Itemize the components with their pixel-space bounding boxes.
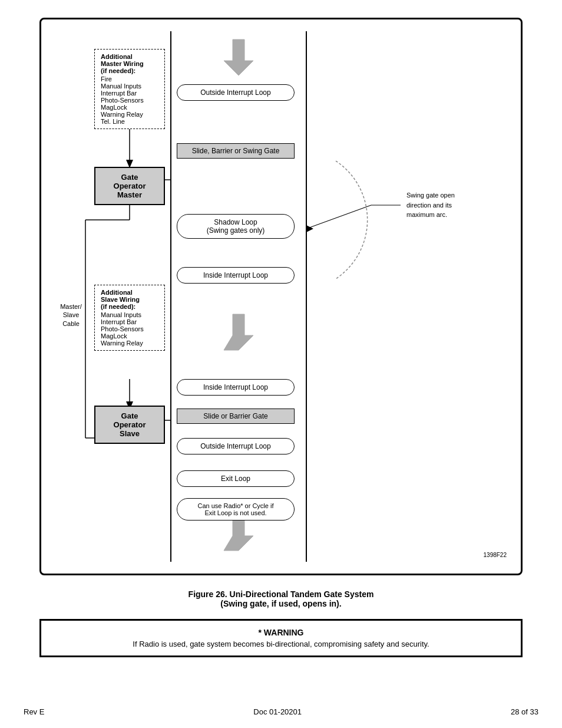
slide-or-barrier-gate: Slide or Barrier Gate [177,409,295,424]
figure-caption: Figure 26. Uni-Directional Tandem Gate S… [24,589,538,608]
master-wiring-title: AdditionalMaster Wiring(if needed): [101,53,158,74]
gate-operator-master: GateOperatorMaster [94,167,165,205]
footer-center: Doc 01-20201 [253,707,302,716]
gate-operator-slave: GateOperatorSlave [94,406,165,444]
master-wiring-items: FireManual InputsInterrupt BarPhoto-Sens… [101,75,158,125]
footer-right: 28 of 33 [511,707,538,716]
shadow-loop: Shadow Loop(Swing gates only) [177,214,295,239]
exit-loop: Exit Loop [177,470,295,487]
page-container: AdditionalMaster Wiring(if needed): Fire… [0,0,562,728]
slave-wiring-box: AdditionalSlave Wiring(if needed): Manua… [94,285,165,351]
diagram-box: AdditionalMaster Wiring(if needed): Fire… [39,18,523,575]
swing-gate-annotation: Swing gate opendirection and itsmaximum … [406,190,455,220]
inside-interrupt-loop-top: Inside Interrupt Loop [177,267,295,284]
slave-wiring-title: AdditionalSlave Wiring(if needed): [101,289,158,310]
outside-interrupt-loop-bottom: Outside Interrupt Loop [177,438,295,454]
svg-marker-3 [224,314,253,350]
outside-interrupt-loop-top: Outside Interrupt Loop [177,84,295,101]
master-slave-cable-label: Master/SlaveCable [58,302,84,328]
svg-line-15 [306,205,371,229]
footer-left: Rev E [24,707,44,716]
svg-marker-2 [224,39,253,75]
inside-interrupt-loop-bottom: Inside Interrupt Loop [177,379,295,396]
warning-text: If Radio is used, gate system becomes bi… [53,640,509,648]
radio-cycle-note: Can use Radio* or Cycle ifExit Loop is n… [177,498,295,521]
slave-wiring-items: Manual InputsInterrupt BarPhoto-SensorsM… [101,311,158,347]
gate-master-label: GateOperatorMaster [114,173,146,199]
footer: Rev E Doc 01-20201 28 of 33 [24,696,538,716]
svg-marker-16 [306,225,313,232]
warning-title: * WARNING [53,628,509,637]
warning-box: * WARNING If Radio is used, gate system … [39,619,523,657]
diagram-id: 1398F22 [484,552,507,558]
master-wiring-box: AdditionalMaster Wiring(if needed): Fire… [94,49,165,129]
gate-slave-label: GateOperatorSlave [114,411,146,438]
slide-barrier-swing-gate: Slide, Barrier or Swing Gate [177,143,295,159]
